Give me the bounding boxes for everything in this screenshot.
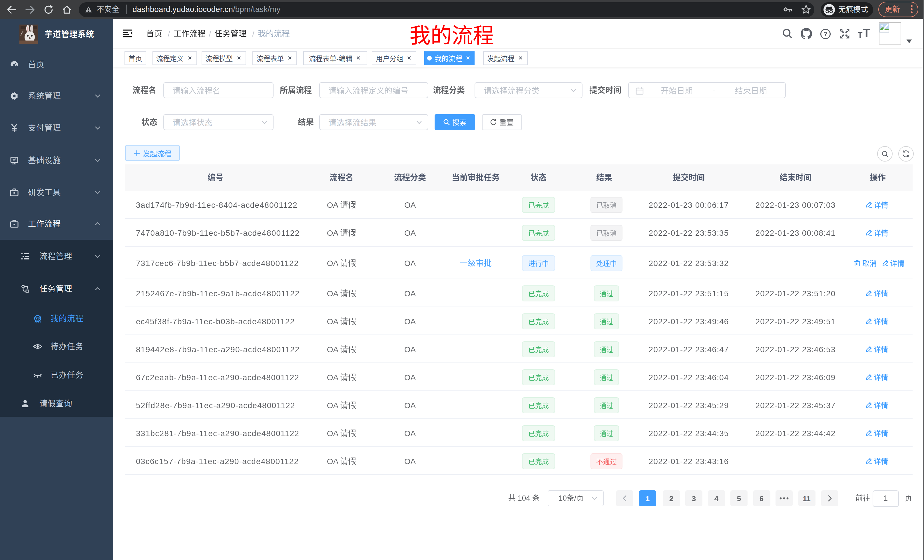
svg-text:?: ? xyxy=(824,30,827,38)
